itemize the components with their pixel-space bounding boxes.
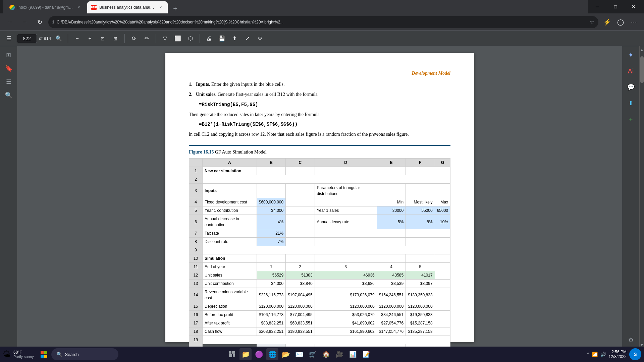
settings-pdf-button[interactable]: ⚙: [255, 34, 265, 44]
stamp-button[interactable]: ⬜: [173, 34, 183, 44]
print-button[interactable]: 🖨: [204, 34, 214, 44]
tab-pdf[interactable]: PDF Business analytics data analysis a..…: [87, 1, 168, 13]
tab-gmail-close[interactable]: ×: [76, 4, 82, 10]
cell-12b: 56529: [257, 271, 285, 279]
table-row: 4 Fixed development cost $600,000,000 Mi…: [189, 198, 450, 206]
start-button[interactable]: [38, 348, 50, 360]
row-num-4: 4: [189, 198, 203, 206]
notification-area[interactable]: 2:56 PM 12/8/2022: [609, 350, 627, 359]
acrobat-share-button[interactable]: ⬆: [625, 97, 637, 109]
back-button[interactable]: ←: [4, 16, 16, 28]
mail-icon: ✉️: [295, 350, 304, 358]
layers-panel-button[interactable]: ☰: [3, 76, 15, 88]
cell-13g: [435, 279, 450, 288]
table-row: 1 New car simulation: [189, 167, 450, 175]
bookmark-icon[interactable]: ☆: [590, 19, 594, 25]
cell-16c: $77,004,495: [286, 310, 315, 319]
acrobat-more-button[interactable]: +: [625, 113, 637, 125]
taskbar-search-bar[interactable]: 🔍 Search: [51, 348, 118, 360]
home-button[interactable]: 🏠: [320, 348, 332, 360]
cell-18d: $161,890,602: [315, 327, 377, 336]
cell-8c: [286, 237, 315, 246]
cell-1a: New car simulation: [203, 167, 257, 175]
cell-18a: Cash flow: [203, 327, 257, 336]
bookmarks-panel-button[interactable]: 🔖: [3, 62, 15, 74]
word-button[interactable]: 📝: [360, 348, 372, 360]
mail-button[interactable]: ✉️: [293, 348, 305, 360]
cell-5g: 65000: [435, 206, 450, 215]
acrobat-magic-button[interactable]: ✦: [625, 49, 637, 61]
amazon-icon: 🛒: [309, 351, 316, 358]
cell-8g: [435, 237, 450, 246]
forward-button[interactable]: →: [19, 16, 31, 28]
cell-14d: $173,026,079: [315, 288, 377, 302]
search-panel-button[interactable]: 🔍: [3, 89, 15, 101]
expand-button[interactable]: ⤢: [242, 34, 252, 44]
acrobat-settings-right-button[interactable]: ⚙: [625, 334, 637, 346]
folder-button[interactable]: 📂: [280, 348, 292, 360]
edge-button[interactable]: 🌐: [266, 348, 278, 360]
close-button[interactable]: ✕: [626, 0, 641, 13]
svg-rect-1: [44, 351, 47, 354]
cell-17g: [435, 319, 450, 327]
cell-15b: $120,000,000: [257, 302, 285, 310]
cell-6c: [286, 215, 315, 229]
url-text: C:/DBA/Business%20analytics%20%20data%20…: [57, 20, 587, 24]
scroll-up-arrow[interactable]: ▲: [639, 46, 644, 54]
sidebar-toggle-button[interactable]: ☰: [4, 34, 14, 44]
search-pdf-button[interactable]: 🔍: [54, 34, 64, 44]
zoom-in-button[interactable]: +: [85, 34, 95, 44]
menu-button[interactable]: ⋯: [628, 16, 640, 28]
zoom-fit-button[interactable]: ⊡: [98, 34, 108, 44]
tab-gmail[interactable]: Inbox (9,699) - dahal48@gmail.c... ×: [5, 1, 86, 13]
excel-button[interactable]: 📊: [347, 348, 359, 360]
cell-16d: $53,026,079: [315, 310, 377, 319]
vertical-scrollbar[interactable]: ▲ ▼: [639, 46, 644, 349]
zoom-out-button[interactable]: −: [72, 34, 82, 44]
figure-caption: GF Auto Simulation Model: [215, 149, 267, 155]
table-row: 9: [189, 246, 450, 254]
task-view-button[interactable]: [226, 348, 238, 360]
teams-button[interactable]: 🟣: [253, 348, 265, 360]
zoom-page-button[interactable]: ⊞: [110, 34, 120, 44]
cell-16a: Before tax profit: [203, 310, 257, 319]
cell-1f: [406, 167, 435, 175]
row-num-18: 18: [189, 327, 203, 336]
row-num-3: 3: [189, 183, 203, 198]
page-input-wrap: 822 of 914: [17, 34, 51, 43]
cell-3c: [286, 183, 315, 198]
extensions-button[interactable]: ⚡: [601, 16, 613, 28]
share-button[interactable]: ⬆: [229, 34, 239, 44]
table-row: 17 After tax profit $83,832,251 $60,833,…: [189, 319, 450, 327]
maximize-button[interactable]: □: [608, 0, 623, 13]
file-explorer-button[interactable]: 📁: [239, 348, 252, 360]
tab-pdf-close[interactable]: ×: [158, 4, 164, 10]
svg-rect-5: [232, 351, 235, 354]
acrobat-adobe-button[interactable]: Ai: [625, 65, 637, 77]
cell-3b: [257, 183, 285, 198]
simulation-table: A B C D E F G 1 New car simulation: [189, 158, 450, 349]
scroll-thumb[interactable]: [640, 56, 644, 83]
amazon-button[interactable]: 🛒: [307, 348, 319, 360]
pdf-favicon: PDF: [91, 5, 97, 10]
url-bar[interactable]: ℹ C:/DBA/Business%20analytics%20%20data%…: [48, 16, 598, 28]
page-number-input[interactable]: 822: [17, 34, 37, 43]
eraser-button[interactable]: ⬡: [185, 34, 196, 44]
user-avatar[interactable]: S: [629, 348, 641, 360]
acrobat-comment-button[interactable]: 💬: [625, 81, 637, 93]
rotate-button[interactable]: ⟳: [129, 34, 139, 44]
minimize-button[interactable]: ─: [590, 0, 605, 13]
new-tab-button[interactable]: +: [170, 4, 180, 13]
profile-button[interactable]: ◯: [614, 16, 627, 28]
expand-tray-button[interactable]: ^: [587, 352, 589, 357]
windows-logo-icon: [41, 351, 47, 358]
cell-16e: $34,246,551: [377, 310, 406, 319]
zoom-button[interactable]: 🎥: [333, 348, 345, 360]
pdf-content-area[interactable]: Development Model 1. Inputs. Enter the g…: [17, 46, 622, 349]
save-button[interactable]: 💾: [217, 34, 227, 44]
filter-button[interactable]: ▽: [160, 34, 170, 44]
thumbnail-panel-button[interactable]: ⊞: [3, 49, 15, 61]
reload-button[interactable]: ↻: [34, 16, 46, 28]
annotation-button[interactable]: ✏: [142, 34, 152, 44]
cell-14b: $226,116,773: [257, 288, 285, 302]
